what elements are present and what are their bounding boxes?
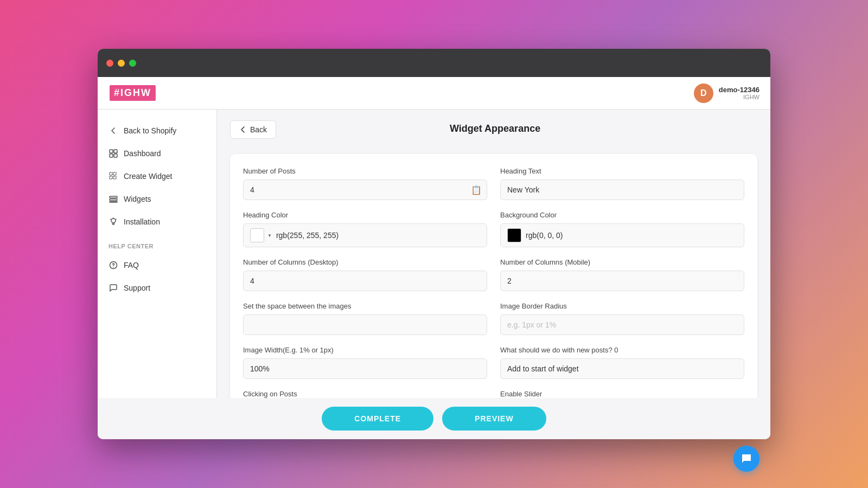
sidebar-item-support[interactable]: Support [98,278,216,298]
heading-color-group: Heading Color ▼ rgb(255, 255, 255) [243,211,487,247]
chat-bubble[interactable] [733,446,760,472]
svg-rect-6 [110,176,112,179]
titlebar [98,49,770,77]
background-color-swatch [507,228,521,242]
space-between-input[interactable] [243,314,487,335]
close-button[interactable] [106,60,113,67]
sidebar-label: Support [124,284,150,292]
complete-button[interactable]: COMPLETE [322,407,433,431]
user-org: IGHW [719,94,760,100]
svg-rect-3 [114,154,117,157]
sidebar-label: Dashboard [124,149,161,158]
new-posts-label: What should we do with new posts? 0 [500,346,744,354]
clipboard-icon: 📋 [471,185,482,195]
number-of-posts-label: Number of Posts [243,167,487,175]
clicking-on-posts-group: Clicking on Posts [243,390,487,398]
number-of-posts-group: Number of Posts 📋 [243,167,487,200]
back-label: Back [250,125,267,134]
number-of-posts-wrapper: 📋 [243,179,487,200]
svg-rect-10 [110,202,117,202]
form-grid: Number of Posts 📋 Heading Text Heading [243,167,744,398]
help-center-label: HELP CENTER [98,234,216,253]
space-between-group: Set the space between the images [243,302,487,335]
sidebar-item-faq[interactable]: FAQ [98,255,216,275]
heading-text-label: Heading Text [500,167,744,175]
sidebar-item-create-widget[interactable]: Create Widget [98,166,216,187]
heading-color-value: rgb(255, 255, 255) [276,231,339,240]
page-title: Widget Appearance [450,123,540,134]
clicking-on-posts-label: Clicking on Posts [243,390,487,398]
user-name: demo-12346 [719,86,760,94]
heading-color-label: Heading Color [243,211,487,219]
bulb-icon [108,217,118,227]
sidebar-item-widgets[interactable]: Widgets [98,189,216,209]
svg-rect-0 [110,150,113,153]
sidebar-item-back-to-shopify[interactable]: Back to Shopify [98,120,216,141]
arrow-left-icon [108,126,118,136]
logo-hash: # [114,87,120,98]
sidebar-label: Installation [124,217,160,226]
traffic-lights [106,60,136,67]
question-icon [108,260,118,270]
image-width-group: Image Width(E.g. 1% or 1px) [243,346,487,379]
sidebar-label: Create Widget [124,172,172,181]
svg-rect-1 [114,150,117,153]
chat-bubble-icon [740,452,753,465]
new-posts-group: What should we do with new posts? 0 [500,346,744,379]
background-color-value: rgb(0, 0, 0) [526,231,563,240]
bottom-bar: COMPLETE PREVIEW [98,398,770,439]
logo: #IGHW [108,84,157,102]
num-columns-desktop-input[interactable] [243,271,487,291]
image-border-radius-input[interactable] [500,314,744,335]
num-columns-mobile-group: Number of Columns (Mobile) [500,258,744,291]
svg-point-11 [111,219,116,223]
logo-box: #IGHW [108,84,157,102]
svg-rect-2 [110,154,113,157]
background-color-group: Background Color rgb(0, 0, 0) [500,211,744,247]
new-posts-input[interactable] [500,358,744,379]
sidebar-item-installation[interactable]: Installation [98,211,216,232]
sidebar-label: Back to Shopify [124,126,176,135]
grid-icon [108,149,118,158]
svg-rect-7 [113,176,116,179]
main-layout: Back to Shopify Dashboard [98,110,770,398]
maximize-button[interactable] [129,60,136,67]
preview-button[interactable]: PREVIEW [442,407,546,431]
avatar: D [694,84,713,103]
svg-rect-5 [113,172,116,175]
heading-color-swatch [250,228,264,242]
content-area: Back Widget Appearance Number of Posts 📋 [217,110,770,398]
background-color-label: Background Color [500,211,744,219]
heading-text-group: Heading Text [500,167,744,200]
space-between-label: Set the space between the images [243,302,487,310]
chat-icon [108,283,118,293]
form-card: Number of Posts 📋 Heading Text Heading [230,154,757,398]
heading-color-input[interactable]: ▼ rgb(255, 255, 255) [243,223,487,247]
enable-slider-label: Enable Slider [500,390,744,398]
sidebar-label: Widgets [124,195,151,203]
logo-name: IGHW [120,87,151,98]
user-text: demo-12346 IGHW [719,86,760,100]
image-width-label: Image Width(E.g. 1% or 1px) [243,346,487,354]
minimize-button[interactable] [118,60,125,67]
svg-rect-8 [110,196,117,198]
num-columns-mobile-input[interactable] [500,271,744,291]
enable-slider-group: Enable Slider [500,390,744,398]
back-button[interactable]: Back [230,120,276,139]
image-width-input[interactable] [243,358,487,379]
svg-rect-9 [110,199,117,201]
app-window: #IGHW D demo-12346 IGHW Back to Shopify [98,49,770,439]
background-color-input[interactable]: rgb(0, 0, 0) [500,223,744,247]
header-bar: #IGHW D demo-12346 IGHW [98,77,770,110]
user-info: D demo-12346 IGHW [694,84,760,103]
heading-text-input[interactable] [500,179,744,200]
plus-grid-icon [108,171,118,181]
number-of-posts-input[interactable] [243,179,487,200]
layers-icon [108,194,118,204]
image-border-radius-group: Image Border Radius [500,302,744,335]
num-columns-mobile-label: Number of Columns (Mobile) [500,258,744,266]
sidebar-item-dashboard[interactable]: Dashboard [98,143,216,164]
arrow-left-icon [239,126,247,133]
num-columns-desktop-label: Number of Columns (Desktop) [243,258,487,266]
num-columns-desktop-group: Number of Columns (Desktop) [243,258,487,291]
